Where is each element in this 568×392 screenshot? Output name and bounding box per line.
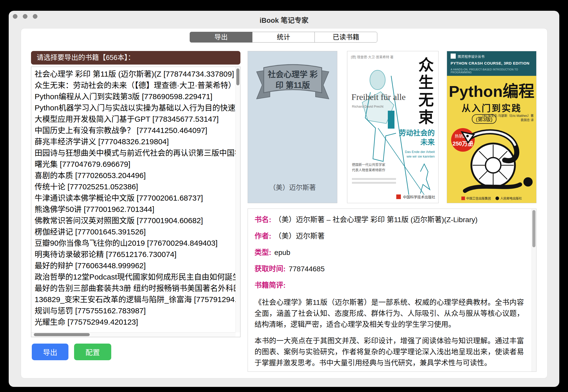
cover2-blurb: 德国新一代公共哲学家 代表人物普莱希特新作 <box>352 162 385 173</box>
cover2-publisher-name: 中国科学技术出版社 <box>403 194 435 199</box>
detail-value-type: epub <box>274 249 290 256</box>
detail-field-author: 作者:（美）迈尔斯著 <box>255 231 524 241</box>
book-details-content: 书名:（美）迈尔斯著 – 社会心理学 彩印 第11版 (迈尔斯著)(Z-Libr… <box>248 209 532 372</box>
cover2-blurb-line2: 代表人物普莱希特新作 <box>352 167 385 173</box>
book-list-item[interactable]: 规训与惩罚 [775755162.783987] <box>35 305 236 316</box>
book-list-item[interactable]: 豆瓣90你当像鸟飞往你的山2019 [776700294.849403] <box>35 238 236 249</box>
cover3-author: [美] 埃里克·马瑟斯（Eric Matthes）著 袁国忠 译 <box>482 114 534 122</box>
book-list-item[interactable]: 喜剧的本质 [777026053.204496] <box>35 170 236 181</box>
detail-value-acquired-time: 778744685 <box>289 265 324 273</box>
book-list-item[interactable]: Python机器学习入门与实战以实操为基础以入行为目的快速帮助 <box>35 102 236 114</box>
cover3-author-line: [美] 埃里克·马瑟斯（Eric Matthes）著 <box>482 114 534 118</box>
config-button[interactable]: 配置 <box>74 344 111 360</box>
seal-logo-icon <box>523 177 533 187</box>
detail-field-book-title: 书名:（美）迈尔斯著 – 社会心理学 彩印 第11版 (迈尔斯著)(Z-Libr… <box>255 215 524 224</box>
list-vertical-scrollbar[interactable] <box>236 67 240 332</box>
book-details-panel: 书名:（美）迈尔斯著 – 社会心理学 彩印 第11版 (迈尔斯著)(Z-Libr… <box>248 209 536 372</box>
cover2-subtitle-de-line2: wie wir sie kannten <box>394 154 435 159</box>
detail-label-book-title: 书名: <box>255 216 271 224</box>
list-vertical-scrollbar-thumb[interactable] <box>236 68 239 85</box>
detail-label-acquired-time: 获取时间: <box>255 265 286 273</box>
tab-read-books[interactable]: 已读书籍 <box>315 32 377 43</box>
cover3-series-name: 图灵程序设计丛书 <box>458 54 484 59</box>
book-list-item[interactable]: 政治哲學的12堂Podcast現代國家如何成形民主自由如何誕生性 <box>35 271 236 283</box>
review-paragraph-2: 本书的一大亮点在于其图文并茂、彩印设计，增强了阅读体验与知识理解。通过丰富的图表… <box>255 335 524 368</box>
cover3-top-band: 图灵程序设计丛书 PYTHON CRASH COURSE, 3RD EDITIO… <box>447 51 536 76</box>
cover2-subtitles: 劳动社会的未来 Das Ende der Arbeit wie wir sie … <box>394 129 435 159</box>
cover3-en-subtitle: A HANDS-ON, PROJECT-BASED INTRODUCTION T… <box>451 68 536 74</box>
cover3-publishers: 中国工信出版集团 人民邮电出版社 <box>447 196 536 200</box>
list-horizontal-scrollbar-thumb[interactable] <box>34 333 90 336</box>
cover2-publisher: 中国科学技术出版社 <box>396 194 435 199</box>
book-list-item[interactable]: 最好的告别三部曲套装共3册 纽约时报畅销书美国著名外科医生 <box>35 283 236 294</box>
cover2-title-cn: 众生无束 <box>413 57 436 127</box>
cover1-title: 社会心理学 彩 印 第11版 <box>260 69 325 91</box>
cover3-en-title: PYTHON CRASH COURSE, 3RD EDITION <box>451 61 530 65</box>
book-cover-python-crash-course: 图灵程序设计丛书 PYTHON CRASH COURSE, 3RD EDITIO… <box>447 51 536 203</box>
detail-field-acquired-time: 获取时间:778744685 <box>255 264 524 274</box>
book-list-item[interactable]: 光耀生命 [775752949.420123] <box>35 316 236 328</box>
app-window: iBook 笔记专家 导出 统计 已读书籍 请选择要导出的书籍【656本】： 社… <box>9 11 559 387</box>
detail-label-author: 作者: <box>255 232 271 240</box>
publisher2-name: 人民邮电出版社 <box>500 196 522 200</box>
book-list-item[interactable]: 薛兆丰经济学讲义 [777048326.219804] <box>35 136 236 147</box>
book-list-item[interactable]: 大模型应用开发极简入门基于GPT [778345677.53147] <box>35 114 236 125</box>
cover3-subtitle: 从入门到实践 <box>447 101 536 114</box>
cover3-title: Python编程 <box>447 78 536 101</box>
book-list-item[interactable]: 明夷待访录破邪论精 [776512176.730074] <box>35 249 236 260</box>
cover1-author: （美）迈尔斯著 <box>248 182 337 192</box>
list-horizontal-scrollbar[interactable] <box>31 332 236 337</box>
cover2-fine-print <box>352 178 396 186</box>
detail-field-review: 书籍简评: <box>255 281 524 290</box>
tab-bar: 导出 统计 已读书籍 <box>190 32 377 43</box>
book-list-item[interactable]: 佛教常识答问汉英对照图文版 [777001904.60682] <box>35 215 236 226</box>
publisher2-logo-icon <box>495 197 499 200</box>
book-list-items: 社会心理学 彩印 第11版 (迈尔斯著)(Z [778744734.337809… <box>31 68 236 332</box>
publisher1-logo-icon <box>461 197 465 200</box>
detail-field-type: 类型:epub <box>255 248 524 257</box>
cover2-subtitle-cn: 劳动社会的未来 <box>394 129 435 147</box>
book-list-item[interactable]: 传统十论 [777025251.052386] <box>35 181 236 192</box>
publisher-logo-icon <box>396 194 401 199</box>
book-list-item[interactable]: Python编程从入门到实践第3版 [778690598.229471] <box>35 91 236 102</box>
cover2-title-en: Freiheit für alle <box>351 92 405 102</box>
export-button[interactable]: 导出 <box>32 344 68 360</box>
cover3-series: 图灵程序设计丛书 <box>451 54 484 59</box>
book-list-item[interactable]: 熊逸佛学50讲 [777001962.701344] <box>35 204 236 215</box>
detail-label-review: 书籍简评: <box>255 281 286 289</box>
cover2-blurb-line1: 德国新一代公共哲学家 <box>352 162 385 167</box>
snake-turbine-illustration <box>455 127 532 196</box>
cover2-author-en: Richard David Precht <box>352 105 383 108</box>
book-list-item[interactable]: 牛津通识读本佛学概论中文版 [777002061.68737] <box>35 192 236 204</box>
cover3-publisher1: 中国工信出版集团 <box>461 196 491 200</box>
book-cover-social-psychology: 社会心理学 彩 印 第11版 （美）迈尔斯著 <box>248 51 337 203</box>
book-list-item[interactable]: 社会心理学 彩印 第11版 (迈尔斯著)(Z [778744734.337809… <box>35 68 236 80</box>
book-list-item[interactable]: 最好的辩护 [776063448.999962] <box>35 260 236 271</box>
detail-label-type: 类型: <box>255 249 271 256</box>
book-cover-freiheit-fuer-alle: [德] 理查德·大卫·普莱希特 著 Freiheit für alle Rich… <box>347 51 439 203</box>
details-vertical-scrollbar[interactable] <box>532 209 536 372</box>
details-vertical-scrollbar-thumb[interactable] <box>532 210 535 247</box>
tab-statistics[interactable]: 统计 <box>252 32 315 43</box>
review-paragraph-1: 《社会心理学》第11版（迈尔斯著）是一部系统、权威的心理学经典教材。全书内容全面… <box>255 297 524 330</box>
turing-logo-icon <box>451 54 456 59</box>
window-title: iBook 笔记专家 <box>9 15 559 25</box>
cover3-translator-line: 袁国忠 译 <box>482 118 534 122</box>
cover3-publisher2: 人民邮电出版社 <box>495 196 522 200</box>
main-panel: 导出 统计 已读书籍 请选择要导出的书籍【656本】： 社会心理学 彩印 第11… <box>21 28 547 378</box>
book-list-item[interactable]: 曙光集 [777047679.696679] <box>35 159 236 170</box>
detail-value-author: （美）迈尔斯著 <box>274 232 324 240</box>
book-list-item[interactable]: 田园诗与狂想曲关中模式与前近代社会的再认识第三版中国农民 <box>35 147 236 159</box>
cover1-title-line1: 社会心理学 彩 <box>260 69 325 80</box>
cover1-title-line2: 印 第11版 <box>260 80 325 91</box>
cover2-subtitle-de: Das Ende der Arbeit wie wir sie kannten <box>394 150 435 159</box>
book-list-item[interactable]: 众生无束：劳动社会的未来（【德】理查德·大卫·普莱希特）(Z <box>35 80 236 91</box>
book-list-item[interactable]: 136829_变宋王安石改革的逻辑与陷阱_徐富海 [775791294.27 <box>35 294 236 305</box>
book-list-item[interactable]: 中国历史上有没有宗教战争？ [777441250.464097] <box>35 125 236 136</box>
detail-value-book-title: （美）迈尔斯著 – 社会心理学 彩印 第11版 (迈尔斯著)(Z-Library… <box>274 216 478 224</box>
tab-export[interactable]: 导出 <box>190 32 252 43</box>
cover2-subtitle-de-line1: Das Ende der Arbeit <box>394 150 435 154</box>
book-list-item[interactable]: 楞伽经讲记 [777001645.391526] <box>35 226 236 238</box>
publisher1-name: 中国工信出版集团 <box>466 196 491 200</box>
book-list-header: 请选择要导出的书籍【656本】： <box>31 51 240 65</box>
